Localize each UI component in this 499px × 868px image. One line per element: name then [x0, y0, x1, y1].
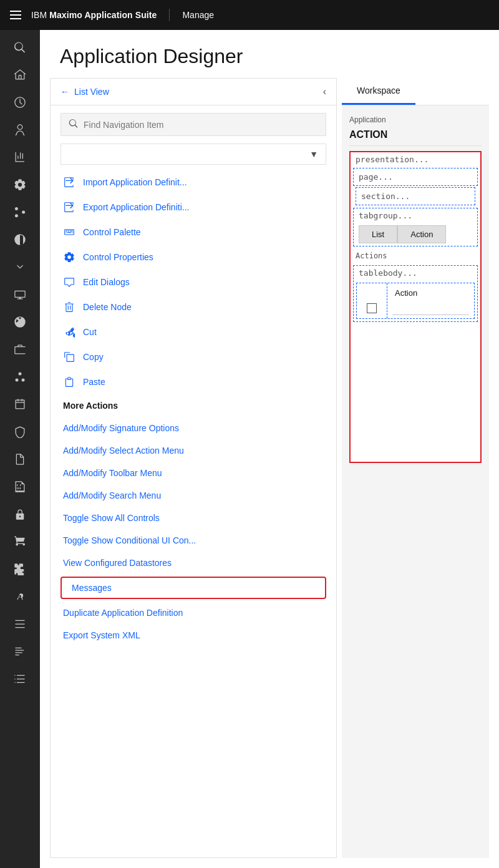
sidebar-history-icon[interactable] — [7, 90, 32, 115]
import-label: Import Application Definit... — [83, 177, 187, 187]
section-node[interactable]: section... — [356, 187, 475, 205]
list-tab-button[interactable]: List — [359, 225, 397, 243]
right-panel: Workspace Application ACTION presentatio… — [342, 78, 489, 858]
menu-item-cut[interactable]: Cut — [51, 319, 336, 344]
sidebar-settings-icon[interactable] — [7, 172, 32, 197]
toggle-all-label: Toggle Show All Controls — [63, 513, 160, 523]
svg-point-3 — [19, 373, 22, 376]
sub-menu-add-toolbar[interactable]: Add/Modify Toolbar Menu — [51, 462, 336, 484]
delete-node-icon — [63, 301, 75, 313]
action-tab-button[interactable]: Action — [397, 225, 446, 243]
app-name: ACTION — [349, 127, 482, 146]
svg-point-5 — [22, 379, 25, 382]
sidebar-briefcase-icon[interactable] — [7, 337, 32, 362]
page-node[interactable]: page... — [353, 168, 478, 186]
cut-label: Cut — [83, 327, 97, 337]
list-view-header: ← List View ‹ — [51, 79, 336, 105]
sub-menu-duplicate[interactable]: Duplicate Application Definition — [51, 602, 336, 624]
sidebar-shield-icon[interactable] — [7, 419, 32, 444]
sidebar-network-icon[interactable] — [7, 364, 32, 389]
menu-item-copy[interactable]: Copy — [51, 344, 336, 369]
sidebar-checklist-icon[interactable] — [7, 639, 32, 664]
dropdown-bar[interactable]: ▼ — [61, 144, 326, 165]
sidebar-analytics-icon[interactable] — [7, 255, 32, 280]
sidebar-document-icon[interactable] — [7, 447, 32, 472]
sidebar-home-icon[interactable] — [7, 62, 32, 87]
tabgroup-container: tabgroup... List Action — [353, 208, 478, 246]
svg-point-1 — [15, 214, 18, 217]
svg-point-0 — [15, 207, 18, 210]
checkbox-column — [357, 283, 387, 318]
export-label: Export Application Definiti... — [83, 202, 189, 212]
copy-icon — [63, 351, 75, 363]
sub-menu-add-select-action[interactable]: Add/Modify Select Action Menu — [51, 439, 336, 462]
sub-menu-messages[interactable]: Messages — [61, 577, 326, 599]
duplicate-label: Duplicate Application Definition — [63, 608, 183, 618]
menu-item-delete-node[interactable]: Delete Node — [51, 295, 336, 319]
sub-menu-add-search[interactable]: Add/Modify Search Menu — [51, 484, 336, 507]
cut-icon — [63, 326, 75, 338]
sidebar-settings2-icon[interactable] — [7, 612, 32, 636]
action-cell-input[interactable] — [392, 300, 469, 315]
menu-item-edit-dialogs[interactable]: Edit Dialogs — [51, 270, 336, 295]
list-view-back-button[interactable]: ← List View — [61, 87, 109, 97]
sub-menu-add-signature[interactable]: Add/Modify Signature Options — [51, 417, 336, 439]
sidebar-search-icon[interactable] — [7, 35, 32, 60]
sidebar-building-icon[interactable] — [7, 474, 32, 499]
tab-buttons: List Action — [359, 225, 472, 243]
menu-item-import[interactable]: Import Application Definit... — [51, 170, 336, 195]
view-datastores-label: View Configured Datastores — [63, 558, 172, 568]
tablebody-container: tablebody... Action — [353, 265, 478, 322]
tabgroup-node: tabgroup... — [354, 208, 477, 223]
actions-label: Actions — [351, 249, 480, 263]
table-checkbox[interactable] — [367, 303, 377, 313]
sidebar-list-icon[interactable] — [7, 666, 32, 691]
workspace-tab[interactable]: Workspace — [342, 78, 415, 105]
menu-item-control-palette[interactable]: Control Palette — [51, 220, 336, 245]
sub-menu-view-datastores[interactable]: View Configured Datastores — [51, 552, 336, 574]
workspace-tabs: Workspace — [342, 78, 489, 105]
workspace-content: Application ACTION presentation... page.… — [342, 105, 489, 858]
hamburger-menu[interactable] — [10, 11, 21, 19]
control-properties-label: Control Properties — [83, 252, 153, 262]
dropdown-arrow-icon: ▼ — [309, 149, 318, 159]
content-area: ← List View ‹ ▼ — [40, 78, 499, 868]
menu-item-control-properties[interactable]: Control Properties — [51, 245, 336, 270]
add-signature-label: Add/Modify Signature Options — [63, 423, 179, 433]
menu-item-paste[interactable]: Paste — [51, 369, 336, 394]
sub-menu-export-xml[interactable]: Export System XML — [51, 624, 336, 646]
delete-node-label: Delete Node — [83, 302, 132, 312]
sidebar-workflow-icon[interactable] — [7, 200, 32, 225]
svg-point-4 — [16, 379, 19, 382]
search-icon — [69, 119, 79, 130]
sub-menu-toggle-all[interactable]: Toggle Show All Controls — [51, 507, 336, 529]
action-cell-header: Action — [392, 286, 469, 300]
more-actions-header: More Actions — [51, 394, 336, 417]
sidebar-globe-icon[interactable] — [7, 310, 32, 334]
svg-point-2 — [22, 211, 25, 214]
sub-menu-toggle-conditional[interactable]: Toggle Show Conditional UI Con... — [51, 529, 336, 552]
nav-manage: Manage — [182, 10, 214, 20]
sidebar-cart-icon[interactable] — [7, 529, 32, 554]
sidebar-monitor-icon[interactable] — [7, 282, 32, 307]
menu-list: Import Application Definit... Export App… — [51, 170, 336, 857]
sidebar-puzzle-icon[interactable] — [7, 557, 32, 582]
sidebar-chart-icon[interactable] — [7, 145, 32, 170]
search-input[interactable] — [84, 120, 318, 130]
toggle-conditional-label: Toggle Show Conditional UI Con... — [63, 535, 196, 545]
top-nav: IBM Maximo Application Suite Manage — [0, 0, 499, 30]
search-bar — [61, 113, 326, 136]
edit-dialogs-label: Edit Dialogs — [83, 277, 130, 287]
sidebar-lock-icon[interactable] — [7, 502, 32, 527]
back-arrow-icon: ← — [61, 87, 69, 97]
collapse-icon[interactable]: ‹ — [323, 86, 326, 97]
edit-dialogs-icon — [63, 276, 75, 288]
export-xml-label: Export System XML — [63, 630, 140, 640]
sidebar-integration-icon[interactable] — [7, 227, 32, 252]
nav-divider — [169, 9, 170, 21]
menu-item-export[interactable]: Export Application Definiti... — [51, 195, 336, 220]
sidebar-calendar-icon[interactable] — [7, 392, 32, 417]
sidebar-user-icon[interactable] — [7, 117, 32, 142]
left-panel: ← List View ‹ ▼ — [50, 78, 337, 858]
sidebar-people-icon[interactable] — [7, 584, 32, 609]
